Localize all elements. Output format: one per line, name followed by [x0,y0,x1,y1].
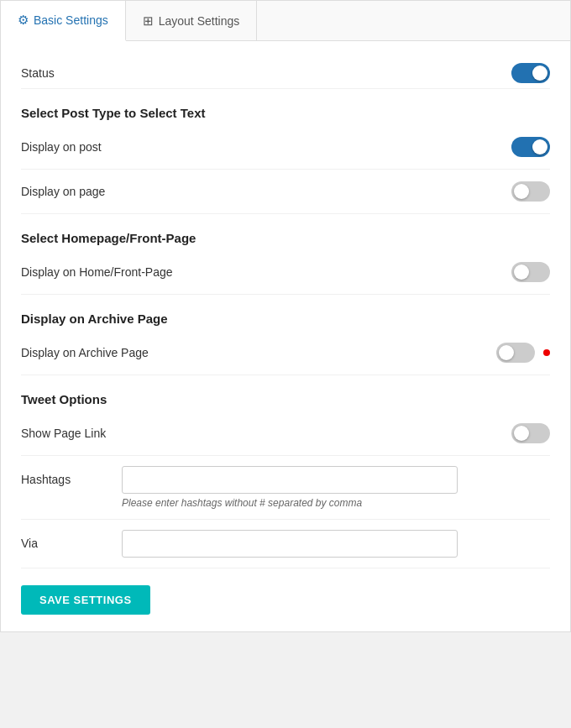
archive-red-dot-indicator [543,349,550,356]
status-label: Status [21,66,55,80]
tab-layout-label: Layout Settings [159,14,240,28]
tweet-section-title: Tweet Options [21,375,550,411]
hashtags-hint: Please enter hashtags without # separate… [122,497,550,509]
show-page-link-row: Show Page Link [21,411,550,456]
status-toggle[interactable] [511,63,550,83]
hashtags-input-wrap: Please enter hashtags without # separate… [122,466,550,509]
post-type-section-title: Select Post Type to Select Text [21,89,550,125]
show-page-link-label: Show Page Link [21,427,106,440]
archive-section-title: Display on Archive Page [21,295,550,331]
display-on-archive-slider [496,343,535,363]
gear-icon: ⚙ [18,13,29,28]
display-on-page-label: Display on page [21,185,105,198]
via-label: Via [21,530,105,550]
homepage-section-title: Select Homepage/Front-Page [21,214,550,250]
hashtags-row: Hashtags Please enter hashtags without #… [21,466,550,509]
via-input-wrap [122,530,550,558]
via-input[interactable] [122,530,458,558]
display-on-home-label: Display on Home/Front-Page [21,265,173,279]
tab-basic-label: Basic Settings [34,13,108,27]
layout-icon: ⊞ [143,13,154,29]
hashtags-field-group: Hashtags Please enter hashtags without #… [21,456,550,520]
display-on-home-slider [511,262,550,282]
display-on-archive-label: Display on Archive Page [21,346,149,359]
status-slider [511,63,550,83]
settings-content: Status Select Post Type to Select Text D… [1,41,570,631]
display-on-page-slider [511,181,550,202]
show-page-link-toggle[interactable] [511,423,550,443]
tab-layout-settings[interactable]: ⊞ Layout Settings [126,1,258,40]
status-row: Status [21,58,550,89]
archive-toggle-group [496,343,550,363]
via-field-group: Via [21,520,550,568]
display-on-home-toggle[interactable] [511,262,550,282]
display-on-home-row: Display on Home/Front-Page [21,250,550,295]
settings-container: ⚙ Basic Settings ⊞ Layout Settings Statu… [0,0,571,632]
display-on-page-row: Display on page [21,170,550,214]
tab-bar: ⚙ Basic Settings ⊞ Layout Settings [1,1,570,41]
display-on-post-row: Display on post [21,125,550,170]
display-on-archive-toggle[interactable] [496,343,535,363]
display-on-post-slider [511,137,550,157]
tab-basic-settings[interactable]: ⚙ Basic Settings [1,1,126,41]
save-settings-button[interactable]: SAVE SETTINGS [21,585,150,615]
hashtags-input[interactable] [122,466,458,494]
display-on-post-toggle[interactable] [511,137,550,157]
via-row: Via [21,530,550,558]
show-page-link-slider [511,423,550,443]
display-on-archive-row: Display on Archive Page [21,331,550,375]
display-on-page-toggle[interactable] [511,181,550,202]
hashtags-label: Hashtags [21,466,105,486]
display-on-post-label: Display on post [21,140,102,154]
